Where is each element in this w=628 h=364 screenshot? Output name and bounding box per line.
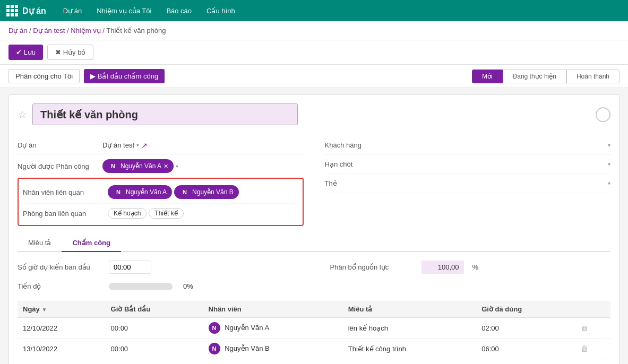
nav-mytask[interactable]: Nhiệm vụ của Tôi — [90, 4, 158, 18]
timelog-button[interactable]: ▶ Bắt đầu chấm công — [84, 69, 165, 83]
timelog-table-header: Ngày ▼ Giờ Bắt đầu Nhân viên Miêu tả Giờ… — [18, 301, 610, 318]
customer-label: Khách hàng — [325, 141, 410, 149]
breadcrumb-task[interactable]: Nhiệm vụ — [71, 27, 100, 34]
related-emp-chip-b: N Nguyễn Văn B — [174, 185, 239, 199]
breadcrumb-project-test[interactable]: Dự án test — [33, 27, 65, 34]
app-logo: Dự án — [6, 5, 46, 16]
tabs: Miêu tả Chấm công — [18, 235, 610, 252]
dept-chip-1: Thiết kế — [149, 208, 183, 219]
resource-unit: % — [472, 263, 479, 271]
emp-a-avatar: N — [113, 187, 124, 197]
resource-input[interactable] — [421, 261, 464, 274]
col-date: Ngày ▼ — [18, 301, 106, 318]
assign-button[interactable]: Phân công cho Tôi — [8, 69, 80, 83]
breadcrumb-project[interactable]: Dự án — [8, 27, 27, 34]
status-bar: Phân công cho Tôi ▶ Bắt đầu chấm công Mớ… — [0, 65, 628, 88]
star-icon[interactable]: ☆ — [18, 108, 27, 121]
col-employee: Nhân viên — [203, 301, 343, 318]
tag-value: ▾ — [410, 180, 611, 186]
related-emp-label: Nhân viên liên quan — [23, 188, 108, 196]
assigned-row: Người được Phân công N Nguyễn Văn A ✕ ▾ — [18, 155, 304, 178]
assigned-avatar: N — [108, 161, 118, 171]
tab-description[interactable]: Miêu tả — [18, 235, 62, 252]
cell-start: 00:00 — [106, 318, 203, 339]
hours-row: Số giờ dự kiến ban đầu — [18, 261, 298, 274]
external-link-icon[interactable]: ↗ — [141, 141, 148, 150]
status-inprogress[interactable]: Đang thực hiện — [503, 70, 566, 83]
employee-name: Nguyễn Văn A — [225, 324, 269, 332]
assigned-label: Người được Phân công — [18, 162, 102, 170]
assigned-remove[interactable]: ✕ — [164, 163, 168, 170]
cell-delete: 🗑 — [575, 339, 610, 359]
related-dept-value: Kế hoạch Thiết kế — [108, 208, 298, 219]
cancel-button[interactable]: ✖ Hủy bỏ — [47, 45, 93, 60]
cell-employee: N Nguyễn Văn B — [203, 339, 343, 359]
delete-row-icon[interactable]: 🗑 — [581, 324, 588, 332]
table-row: 13/10/2022 00:00 N Nguyễn Văn B Thiết kế… — [18, 339, 610, 359]
status-new[interactable]: Mới — [472, 70, 503, 83]
delete-row-icon[interactable]: 🗑 — [581, 344, 588, 353]
breadcrumb-current: Thiết kế văn phòng — [106, 27, 166, 34]
cell-date: 13/10/2022 — [18, 339, 106, 359]
assigned-chip: N Nguyễn Văn A ✕ — [102, 159, 174, 173]
nav-config[interactable]: Cấu hình — [200, 4, 242, 18]
cell-delete: 🗑 — [575, 318, 610, 339]
cell-desc: lên kế hoạch — [343, 318, 476, 339]
assigned-dropdown: ▾ — [176, 163, 178, 169]
progress-bar — [109, 283, 173, 290]
action-bar: ✔ Lưu ✖ Hủy bỏ — [0, 40, 628, 65]
hours-label: Số giờ dự kiến ban đầu — [18, 263, 102, 271]
related-emp-row: Nhân viên liên quan N Nguyễn Văn A N Ngu… — [23, 181, 298, 204]
task-title-row: ☆ — [18, 103, 610, 125]
related-emp-value: N Nguyễn Văn A N Nguyễn Văn B — [108, 185, 298, 199]
save-button[interactable]: ✔ Lưu — [8, 45, 43, 60]
col-action — [575, 301, 610, 318]
deadline-dropdown[interactable]: ▾ — [608, 161, 610, 167]
resource-row: Phân bổ nguồn lực % — [330, 261, 611, 274]
cell-hours: 06:00 — [476, 339, 575, 359]
nav-project[interactable]: Dự án — [57, 4, 88, 18]
progress-row: Tiến độ 0% — [18, 282, 298, 290]
deadline-label: Hạn chót — [325, 160, 410, 168]
customer-value: ▾ — [410, 142, 611, 148]
cell-start: 00:00 — [106, 339, 203, 359]
top-nav: Dự án Dự án Nhiệm vụ của Tôi Báo cáo Cấu… — [0, 0, 628, 21]
project-row: Dự án Dự án test ▾ ↗ — [18, 136, 304, 155]
employee-avatar: N — [209, 322, 220, 334]
status-bar-left: Phân công cho Tôi ▶ Bắt đầu chấm công — [8, 69, 165, 83]
progress-pct: 0% — [183, 282, 193, 290]
circle-button[interactable] — [596, 107, 610, 122]
timelog-table-body: 12/10/2022 00:00 N Nguyễn Văn A lên kế h… — [18, 318, 610, 359]
project-label: Dự án — [18, 141, 102, 149]
breadcrumb: Dự án / Dự án test / Nhiệm vụ / Thiết kế… — [0, 21, 628, 40]
cell-date: 12/10/2022 — [18, 318, 106, 339]
hours-input[interactable] — [109, 261, 151, 274]
sort-arrow[interactable]: ▼ — [41, 307, 47, 313]
top-nav-menu: Dự án Nhiệm vụ của Tôi Báo cáo Cấu hình — [57, 4, 242, 18]
resource-label: Phân bổ nguồn lực — [330, 263, 415, 271]
status-done[interactable]: Hoàn thành — [566, 70, 620, 83]
timelog-table: Ngày ▼ Giờ Bắt đầu Nhân viên Miêu tả Giờ… — [18, 301, 610, 359]
employee-avatar: N — [209, 343, 220, 354]
table-row: 12/10/2022 00:00 N Nguyễn Văn A lên kế h… — [18, 318, 610, 339]
project-value: Dự án test ▾ ↗ — [102, 141, 304, 150]
task-title-input[interactable] — [32, 103, 298, 125]
related-emp-chip-a: N Nguyễn Văn A — [108, 185, 172, 199]
assigned-value: N Nguyễn Văn A ✕ ▾ — [102, 159, 304, 173]
add-line-button[interactable]: Thêm một dòng — [18, 359, 77, 364]
cell-hours: 02:00 — [476, 318, 575, 339]
project-dropdown-arrow: ▾ — [136, 142, 139, 148]
nav-report[interactable]: Báo cáo — [160, 4, 198, 18]
highlight-box: Nhân viên liên quan N Nguyễn Văn A N Ngu… — [18, 178, 304, 226]
tab-timelog[interactable]: Chấm công — [62, 235, 121, 252]
related-dept-label: Phòng ban liên quan — [23, 210, 108, 218]
customer-row: Khách hàng ▾ — [325, 136, 611, 155]
form-section: Dự án Dự án test ▾ ↗ Người được Phân côn… — [18, 136, 610, 226]
form-right: Khách hàng ▾ Hạn chót ▾ Thẻ ▾ — [325, 136, 611, 226]
customer-dropdown[interactable]: ▾ — [608, 142, 610, 148]
col-hours: Giờ đã dùng — [476, 301, 575, 318]
tag-dropdown[interactable]: ▾ — [608, 180, 610, 186]
related-dept-row: Phòng ban liên quan Kế hoạch Thiết kế — [23, 204, 298, 223]
tag-label: Thẻ — [325, 179, 410, 187]
timelog-fields: Số giờ dự kiến ban đầu Phân bổ nguồn lực… — [18, 261, 610, 290]
